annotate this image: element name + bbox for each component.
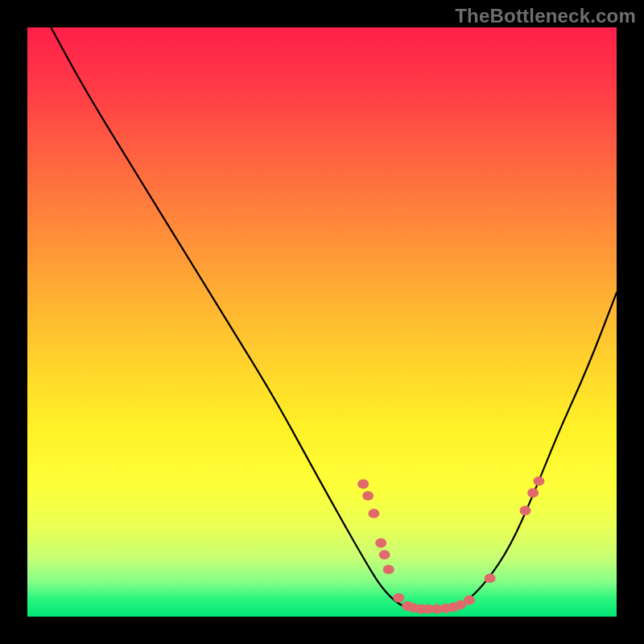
curve-marker: [383, 564, 394, 574]
curve-marker: [520, 506, 531, 515]
curve-marker: [362, 491, 374, 501]
curve-marker: [464, 596, 475, 605]
curve-marker: [527, 488, 539, 497]
curve-marker: [533, 477, 544, 486]
curve-marker: [368, 509, 379, 518]
bottleneck-curve: [51, 27, 617, 611]
chart-frame: TheBottleneck.com: [0, 0, 644, 644]
curve-marker: [485, 573, 496, 583]
curve-marker: [357, 479, 369, 489]
curve-marker: [393, 593, 404, 603]
plot-area: [27, 27, 617, 617]
curve-marker: [379, 550, 390, 559]
curve-marker: [375, 539, 386, 548]
curve-markers: [357, 477, 544, 614]
watermark-text: TheBottleneck.com: [455, 5, 636, 27]
chart-overlay: [27, 27, 617, 617]
